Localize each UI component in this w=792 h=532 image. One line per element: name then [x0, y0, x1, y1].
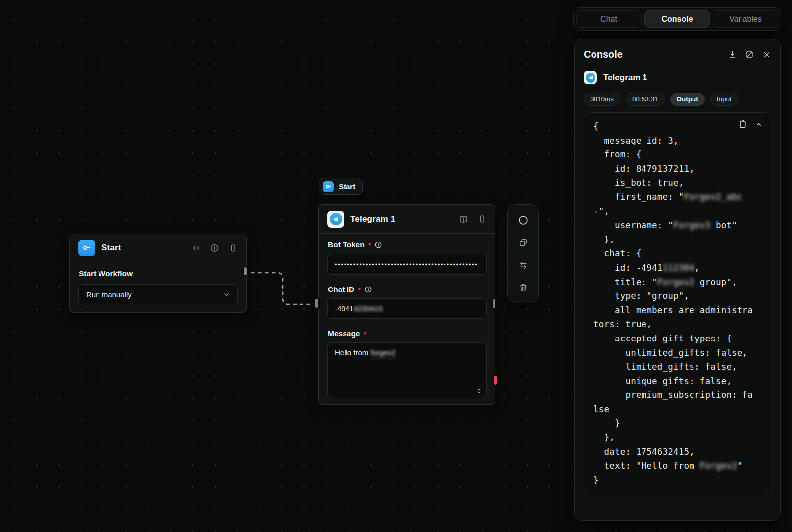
workflow-canvas[interactable]: { "tabs": { "items": [ { "label": "Chat"…	[0, 0, 792, 532]
start-pill-label: Start	[339, 182, 355, 191]
delete-icon[interactable]	[515, 280, 532, 295]
trigger-select[interactable]: Run manually	[78, 284, 238, 305]
chat-id-label: Chat ID	[328, 285, 354, 294]
message-textarea[interactable]: Hello from forgev2	[327, 342, 487, 398]
output-tab-badge[interactable]: Output	[670, 93, 705, 106]
chat-id-value: -4941	[335, 304, 353, 313]
console-title: Console	[584, 49, 623, 60]
chat-id-input[interactable]: -49414230415	[327, 298, 487, 319]
tab-variables[interactable]: Variables	[713, 10, 778, 28]
start-node[interactable]: Start Start Workflow Run manually	[69, 234, 247, 313]
console-output-line: unique_gifts: false,	[594, 374, 771, 388]
console-node-row[interactable]: Telegram 1	[584, 71, 771, 84]
collapse-icon[interactable]	[754, 120, 763, 129]
resize-handle-icon[interactable]	[475, 387, 483, 395]
start-icon	[323, 181, 334, 192]
start-workflow-label: Start Workflow	[79, 269, 238, 278]
connection-edge[interactable]	[251, 273, 313, 304]
tab-console[interactable]: Console	[644, 10, 710, 28]
console-panel: Console	[574, 39, 781, 521]
run-status-icon[interactable]	[515, 213, 532, 228]
telegram-node[interactable]: Telegram 1 Bot Token *	[318, 204, 495, 405]
docs-icon[interactable]	[458, 214, 468, 224]
side-panel-icon[interactable]	[477, 214, 487, 224]
console-output-line: accepted_gift_types: {	[594, 332, 771, 346]
console-output-line: lse	[594, 402, 771, 417]
tab-chat[interactable]: Chat	[576, 10, 642, 28]
console-output-code[interactable]: { message_id: 3, from: { id: 8479137211,…	[594, 119, 771, 487]
clear-console-icon[interactable]	[745, 50, 754, 59]
console-output-line: },	[594, 233, 771, 247]
telegram-node-header[interactable]: Telegram 1	[319, 205, 495, 233]
console-output-line: }	[594, 473, 771, 487]
console-output-line: text: "Hello from Forgev2"	[594, 459, 771, 473]
info-icon[interactable]	[364, 286, 372, 293]
bot-token-masked-value: ••••••••••••••••••••••••••••••••••••••••…	[335, 261, 478, 268]
duration-badge: 3810ms	[584, 93, 620, 106]
bot-token-input[interactable]: ••••••••••••••••••••••••••••••••••••••••…	[327, 254, 487, 275]
code-icon[interactable]	[192, 243, 201, 253]
required-marker: *	[358, 286, 361, 294]
message-value: Hello from	[335, 348, 371, 357]
trigger-select-value: Run manually	[86, 290, 132, 299]
console-output-line: tors: true,	[594, 317, 771, 332]
start-node-title: Start	[101, 243, 121, 253]
copy-icon[interactable]	[738, 119, 747, 129]
swap-connections-icon[interactable]	[515, 258, 532, 273]
download-icon[interactable]	[728, 50, 737, 59]
console-output-line: },	[594, 431, 771, 445]
console-output-line: -",	[594, 204, 771, 219]
console-output-line: id: -4941112304,	[594, 261, 771, 275]
side-panel-icon[interactable]	[228, 243, 238, 253]
console-node-name: Telegram 1	[603, 73, 647, 83]
console-output-line: id: 8479137211,	[594, 162, 771, 176]
console-output-line: unlimited_gifts: false,	[594, 346, 771, 360]
telegram-input-handle[interactable]	[314, 297, 320, 309]
required-marker: *	[368, 241, 371, 249]
close-icon[interactable]	[762, 50, 771, 59]
console-output-line: }	[594, 416, 771, 431]
console-output-line: limited_gifts: false,	[594, 360, 771, 374]
message-label: Message	[328, 329, 360, 338]
chevron-down-icon	[222, 290, 231, 299]
info-icon[interactable]	[210, 243, 219, 253]
telegram-error-handle[interactable]	[493, 374, 498, 386]
console-output-block: { message_id: 3, from: { id: 8479137211,…	[584, 112, 771, 494]
duplicate-icon[interactable]	[515, 235, 532, 250]
start-trigger-pill[interactable]: Start	[319, 178, 363, 195]
console-output-line: from: {	[594, 147, 771, 162]
telegram-output-handle[interactable]	[491, 298, 497, 310]
start-node-header[interactable]: Start	[70, 234, 246, 262]
console-output-line: username: "Forgev3_bot"	[594, 218, 771, 233]
telegram-icon	[584, 71, 597, 84]
start-output-handle[interactable]	[242, 266, 248, 277]
console-output-line: premium_subscription: fa	[594, 388, 771, 402]
message-value-redacted: forgev2	[371, 348, 396, 357]
timestamp-badge: 08:53:31	[626, 93, 665, 106]
console-output-line: chat: {	[594, 246, 771, 261]
input-tab-badge[interactable]: Input	[710, 93, 738, 106]
info-icon[interactable]	[374, 241, 382, 249]
console-badges: 3810ms 08:53:31 Output Input	[584, 93, 771, 106]
required-marker: *	[363, 330, 366, 338]
console-output-line: is_bot: true,	[594, 176, 771, 190]
console-output-line: all_members_are_administra	[594, 303, 771, 318]
console-output-line: type: "group",	[594, 289, 771, 303]
chat-id-value-redacted: 4230415	[353, 304, 382, 313]
bot-token-label: Bot Token	[328, 241, 365, 249]
console-output-line: date: 1754632415,	[594, 445, 771, 459]
start-icon	[78, 240, 95, 256]
panel-tabbar: Chat Console Variables	[573, 7, 781, 31]
console-output-line: message_id: 3,	[594, 134, 771, 148]
telegram-icon	[327, 211, 344, 228]
telegram-node-title: Telegram 1	[350, 214, 396, 224]
console-output-line: title: "Forgev2_group",	[594, 275, 771, 290]
node-toolbar	[507, 204, 539, 303]
console-output-line: first_name: "Forgev2_abc	[594, 190, 771, 204]
